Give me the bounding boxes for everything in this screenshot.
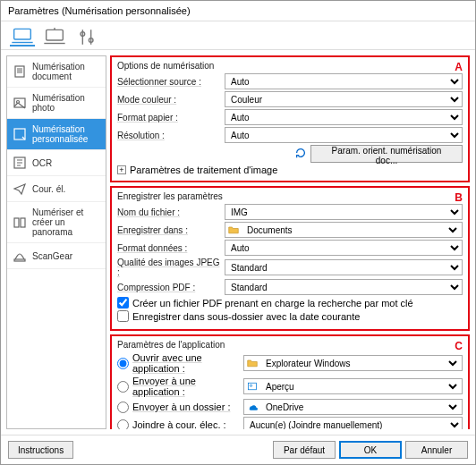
settings-window: Paramètres (Numérisation personnalisée) …	[0, 0, 476, 465]
sidebar: Numérisation document Numérisation photo…	[6, 55, 106, 429]
scan-to-pc-alt-icon[interactable]	[42, 27, 67, 46]
filename-select[interactable]: IMG	[225, 204, 463, 220]
resolution-select[interactable]: Auto	[225, 127, 463, 143]
sidebar-item-panorama[interactable]: Numériser et créer un panorama	[7, 202, 106, 243]
searchable-pdf-label: Créer un fichier PDF prenant en charge l…	[132, 298, 413, 309]
res-label: Résolution :	[117, 131, 225, 140]
expand-processing[interactable]: + Paramètres de traitement d'image	[117, 165, 463, 175]
section-save: B Enregistrer les paramètres Nom du fich…	[110, 186, 470, 331]
sidebar-item-custom[interactable]: Numérisation personnalisée	[7, 119, 106, 150]
section-scan-options: A Options de numérisation Sélectionner s…	[110, 55, 470, 182]
mode-label: Mode couleur :	[117, 95, 225, 105]
scan-to-pc-icon[interactable]	[10, 27, 35, 46]
svg-point-13	[250, 385, 251, 386]
mail-label: Joindre à cour. élec. :	[132, 419, 240, 429]
folder-icon	[227, 224, 240, 236]
section-a-title: Options de numérisation	[117, 61, 463, 71]
open-app-radio[interactable]	[117, 358, 129, 369]
sidebar-item-ocr[interactable]: OCR	[7, 150, 106, 176]
section-letter-c: C	[455, 340, 463, 352]
savein-select[interactable]: Documents	[242, 223, 460, 237]
send-dir-radio[interactable]	[117, 402, 129, 413]
sidebar-item-label: Numérisation document	[32, 62, 100, 81]
section-letter-b: B	[455, 191, 463, 204]
section-c-title: Paramètres de l'application	[117, 340, 463, 350]
svg-rect-12	[249, 383, 257, 390]
searchable-pdf-checkbox[interactable]	[117, 297, 129, 309]
date-subfolder-checkbox[interactable]	[117, 310, 129, 322]
ok-button[interactable]: OK	[339, 441, 402, 459]
section-letter-a: A	[455, 61, 463, 73]
section-app: C Paramètres de l'application Ouvrir ave…	[110, 334, 470, 429]
sidebar-item-label: OCR	[32, 158, 52, 168]
svg-rect-11	[14, 259, 25, 261]
mail-radio[interactable]	[117, 419, 129, 430]
section-b-title: Enregistrer les paramètres	[117, 191, 463, 201]
explorer-icon	[246, 357, 259, 369]
date-subfolder-label: Enregistrer dans sous-dossier avec la da…	[132, 311, 360, 322]
source-label: Sélectionner source :	[117, 77, 225, 87]
mail-select[interactable]: Aucun(e) (Joindre manuellement)	[243, 417, 463, 429]
sidebar-item-label: ScanGear	[32, 251, 72, 261]
window-title: Paramètres (Numérisation personnalisée)	[1, 1, 475, 21]
send-app-select[interactable]: Aperçu	[260, 379, 460, 393]
send-app-label: Envoyer à une application :	[132, 376, 240, 397]
onedrive-icon	[246, 401, 259, 413]
send-app-radio[interactable]	[117, 381, 129, 393]
svg-rect-9	[14, 218, 19, 227]
cancel-button[interactable]: Annuler	[405, 441, 468, 459]
tools-icon[interactable]	[74, 27, 99, 46]
source-select[interactable]: Auto	[225, 73, 463, 89]
pdf-label: Compression PDF :	[117, 283, 225, 292]
open-app-label: Ouvrir avec une application :	[132, 352, 240, 374]
svg-rect-1	[47, 30, 64, 40]
send-dir-label: Envoyer à un dossier :	[132, 402, 240, 412]
mode-toolbar	[1, 21, 475, 50]
jpeg-label: Qualité des images JPEG :	[117, 258, 225, 277]
dataformat-select[interactable]: Auto	[225, 240, 463, 256]
color-mode-select[interactable]: Couleur	[225, 91, 463, 107]
savein-label: Enregistrer dans :	[117, 225, 225, 235]
format-label: Format papier :	[117, 113, 225, 123]
sidebar-item-label: Cour. él.	[32, 184, 65, 194]
svg-rect-5	[14, 98, 25, 107]
sidebar-item-doc[interactable]: Numérisation document	[7, 56, 106, 88]
svg-rect-10	[21, 218, 25, 227]
expand-label: Paramètres de traitement d'image	[130, 165, 277, 175]
dataformat-label: Format données :	[117, 243, 225, 253]
sidebar-item-photo[interactable]: Numérisation photo	[7, 88, 106, 119]
plus-icon: +	[117, 165, 126, 174]
preview-icon	[246, 380, 259, 393]
sidebar-item-label: Numérisation photo	[32, 93, 100, 113]
default-button[interactable]: Par défaut	[273, 441, 336, 459]
svg-rect-4	[15, 66, 24, 77]
sidebar-item-mail[interactable]: Cour. él.	[7, 176, 106, 202]
refresh-icon[interactable]	[294, 147, 307, 161]
instructions-button[interactable]: Instructions	[8, 441, 73, 459]
orient-button[interactable]: Param. orient. numérisation doc...	[310, 145, 463, 163]
send-dir-select[interactable]: OneDrive	[260, 400, 460, 414]
open-app-select[interactable]: Explorateur Windows	[260, 356, 460, 370]
sidebar-item-label: Numérisation personnalisée	[32, 124, 100, 144]
filename-label: Nom du fichier :	[117, 207, 225, 217]
sidebar-item-scangear[interactable]: ScanGear	[7, 243, 106, 269]
pdf-select[interactable]: Standard	[225, 279, 463, 295]
footer: Instructions Par défaut OK Annuler	[1, 435, 475, 464]
sidebar-item-label: Numériser et créer un panorama	[32, 207, 100, 237]
jpeg-select[interactable]: Standard	[225, 259, 463, 275]
svg-rect-0	[14, 29, 31, 39]
paper-format-select[interactable]: Auto	[225, 109, 463, 125]
